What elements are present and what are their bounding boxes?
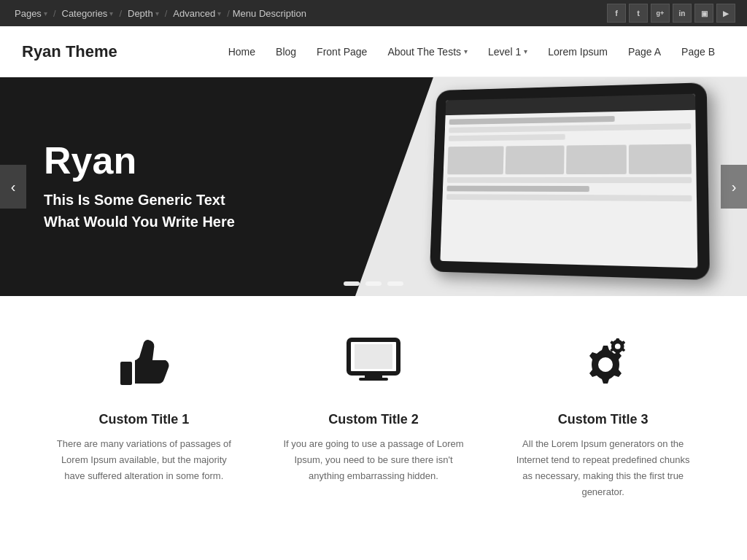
separator-2: / <box>119 8 122 19</box>
hero-title: Ryan <box>44 140 235 182</box>
slider-dot-3[interactable] <box>387 281 403 286</box>
tablet-row <box>446 194 692 201</box>
nav-home[interactable]: Home <box>218 40 266 63</box>
top-bar: Pages ▾ / Categories ▾ / Depth ▾ / Advan… <box>0 0 747 26</box>
nav-page-b[interactable]: Page B <box>671 40 725 63</box>
tablet-row <box>449 123 691 133</box>
chevron-down-icon: ▾ <box>109 9 113 18</box>
top-nav-categories[interactable]: Categories ▾ <box>59 7 117 20</box>
feature-title-1: Custom Title 1 <box>98 412 189 427</box>
tablet-grid <box>447 144 692 175</box>
tablet-cell <box>629 144 692 174</box>
googleplus-icon[interactable]: g+ <box>651 4 670 23</box>
hero-tablet-illustration <box>426 85 732 289</box>
chevron-down-icon: ▾ <box>155 9 159 18</box>
separator-1: / <box>53 8 56 19</box>
chevron-down-icon: ▾ <box>217 9 221 18</box>
top-nav-depth[interactable]: Depth ▾ <box>125 7 162 20</box>
nav-lorem-ipsum[interactable]: Lorem Ipsum <box>538 40 618 63</box>
rss-icon[interactable]: ▣ <box>694 4 713 23</box>
slider-dots <box>344 281 403 286</box>
chevron-down-icon: ▾ <box>44 9 47 18</box>
facebook-icon[interactable]: f <box>607 4 626 23</box>
tablet-cell <box>447 146 504 174</box>
top-nav-menu-description: Menu Description <box>233 8 306 19</box>
nav-page-a[interactable]: Page A <box>618 40 671 63</box>
slider-dot-2[interactable] <box>365 281 382 286</box>
main-header: Ryan Theme Home Blog Front Page About Th… <box>0 26 747 77</box>
feature-item-3: Custom Title 3 All the Lorem Ipsum gener… <box>488 332 718 500</box>
svg-rect-2 <box>355 344 392 369</box>
hero-subtitle-line1: This Is Some Generic Text <box>44 190 235 211</box>
tablet-outer <box>430 82 710 280</box>
site-logo[interactable]: Ryan Theme <box>22 42 139 61</box>
tablet-row <box>449 134 565 141</box>
feature-item-1: Custom Title 1 There are many variations… <box>29 332 259 500</box>
feature-title-3: Custom Title 3 <box>558 412 649 427</box>
twitter-icon[interactable]: t <box>629 4 648 23</box>
nav-blog[interactable]: Blog <box>266 40 306 63</box>
hero-text: Ryan This Is Some Generic Text What Woul… <box>44 140 235 233</box>
nav-front-page[interactable]: Front Page <box>306 40 377 63</box>
linkedin-icon[interactable]: in <box>673 4 692 23</box>
chevron-down-icon: ▾ <box>464 47 468 55</box>
feature-title-2: Custom Title 2 <box>328 412 419 427</box>
features-section: Custom Title 1 There are many variations… <box>0 296 747 537</box>
separator-4: / <box>227 8 230 19</box>
thumbsup-icon <box>115 332 173 399</box>
svg-point-6 <box>615 343 621 349</box>
tablet-cell <box>506 146 564 175</box>
tablet-screen <box>440 94 697 268</box>
top-nav: Pages ▾ / Categories ▾ / Depth ▾ / Advan… <box>12 7 306 20</box>
top-nav-advanced[interactable]: Advanced ▾ <box>170 7 224 20</box>
slider-dot-1[interactable] <box>344 281 360 286</box>
tablet-row <box>446 186 589 192</box>
youtube-icon[interactable]: ▶ <box>716 4 735 23</box>
gears-icon <box>574 332 632 399</box>
feature-desc-1: There are many variations of passages of… <box>51 436 237 484</box>
hero-slider: Ryan This Is Some Generic Text What Woul… <box>0 77 747 296</box>
social-icons-group: f t g+ in ▣ ▶ <box>607 4 735 23</box>
top-nav-pages[interactable]: Pages ▾ <box>12 7 50 20</box>
hero-subtitle-line2: What Would You Write Here <box>44 211 235 233</box>
separator-3: / <box>165 8 168 19</box>
tablet-screen-content <box>442 110 697 206</box>
nav-level1[interactable]: Level 1 ▾ <box>478 40 538 63</box>
nav-about-tests[interactable]: About The Tests ▾ <box>377 40 478 63</box>
slider-next-button[interactable]: › <box>721 165 747 209</box>
tablet-row <box>449 116 615 125</box>
slider-prev-button[interactable]: ‹ <box>0 165 26 209</box>
chevron-down-icon: ▾ <box>524 47 527 55</box>
feature-desc-3: All the Lorem Ipsum generators on the In… <box>510 436 696 500</box>
monitor-icon <box>344 332 403 399</box>
svg-rect-0 <box>120 362 132 385</box>
tablet-row <box>447 177 692 183</box>
svg-rect-4 <box>359 378 388 381</box>
main-nav: Home Blog Front Page About The Tests ▾ L… <box>218 40 725 63</box>
tablet-cell <box>566 145 627 174</box>
svg-rect-3 <box>365 373 382 378</box>
feature-item-2: Custom Title 2 If you are going to use a… <box>259 332 489 500</box>
feature-desc-2: If you are going to use a passage of Lor… <box>281 436 467 484</box>
svg-point-5 <box>598 357 613 372</box>
